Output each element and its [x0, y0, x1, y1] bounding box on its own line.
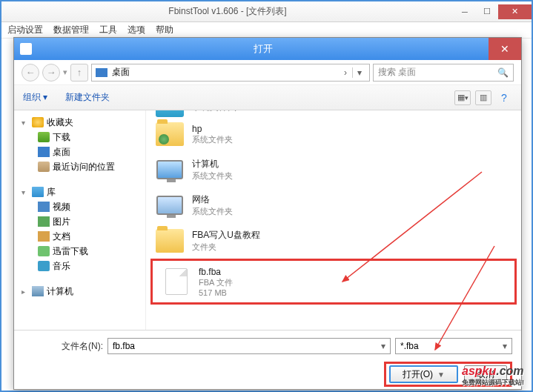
filetype-dropdown-icon[interactable]: ▾ — [503, 341, 507, 351]
tree-desktop[interactable]: 桌面 — [17, 144, 142, 159]
maximize-button[interactable]: ☐ — [476, 4, 498, 19]
preview-pane-button[interactable]: ▥ — [475, 90, 491, 105]
history-dropdown[interactable]: ▾ — [63, 67, 67, 77]
filetype-select[interactable]: *.fba ▾ — [395, 338, 512, 354]
dialog-icon — [20, 43, 32, 55]
forward-button[interactable]: → — [42, 64, 60, 82]
list-item[interactable]: hp系统文件夹 — [146, 116, 521, 152]
view-mode-button[interactable]: ▦ ▾ — [454, 90, 471, 105]
tree-libraries[interactable]: ▾库 — [17, 185, 142, 199]
network-icon — [156, 196, 183, 215]
tree-favorites[interactable]: ▾收藏夹 — [17, 115, 142, 130]
tree-computer[interactable]: ▸计算机 — [17, 284, 142, 299]
new-folder-button[interactable]: 新建文件夹 — [65, 91, 110, 104]
dialog-close-button[interactable]: ✕ — [489, 38, 521, 60]
nav-tree: ▾收藏夹 下载 桌面 最近访问的位置 ▾库 视频 图片 文档 迅雷下载 音乐 ▸… — [14, 110, 146, 330]
up-button[interactable]: ↑ — [70, 64, 88, 82]
path-box[interactable]: 桌面 › ▾ — [91, 64, 370, 82]
filename-input[interactable]: fb.fba ▾ — [107, 338, 391, 354]
open-dialog: 打开 ✕ ← → ▾ ↑ 桌面 › ▾ 搜索 桌面 🔍 组织 ▾ 新建文件夹 ▦… — [13, 37, 522, 390]
selected-highlight: fb.fba FBA 文件 517 MB — [150, 259, 517, 305]
desktop-icon — [96, 68, 107, 77]
tree-videos[interactable]: 视频 — [17, 199, 142, 214]
music-icon — [38, 261, 50, 271]
menu-boot[interactable]: 启动设置 — [7, 24, 43, 36]
star-icon — [32, 117, 44, 127]
picture-icon — [38, 216, 50, 227]
dialog-titlebar: 打开 ✕ — [14, 38, 521, 60]
video-icon — [38, 202, 50, 212]
app-title: FbinstTool v1.606 - [文件列表] — [1, 5, 454, 18]
list-item[interactable]: FBA写入U盘教程文件夹 — [146, 223, 521, 259]
path-dropdown-icon[interactable]: ▾ — [352, 67, 365, 78]
tree-music[interactable]: 音乐 — [17, 259, 142, 273]
dialog-footer: 文件名(N): fb.fba ▾ *.fba ▾ 打开(O)▼ 取消 — [14, 330, 521, 392]
tree-documents[interactable]: 文档 — [17, 229, 142, 244]
computer-icon — [32, 286, 44, 296]
nav-row: ← → ▾ ↑ 桌面 › ▾ 搜索 桌面 🔍 — [14, 60, 521, 85]
menu-options[interactable]: 选项 — [128, 24, 145, 36]
back-button[interactable]: ← — [21, 64, 39, 82]
organize-menu[interactable]: 组织 ▾ — [23, 91, 47, 104]
list-item[interactable]: 计算机系统文件夹 — [146, 152, 521, 187]
menu-help[interactable]: 帮助 — [156, 24, 173, 36]
close-button[interactable]: ✕ — [498, 4, 532, 19]
recent-icon — [38, 162, 50, 172]
help-icon[interactable]: ? — [496, 90, 512, 105]
document-icon — [38, 231, 50, 242]
desktop-icon — [38, 147, 50, 157]
library-icon — [32, 187, 44, 197]
search-placeholder: 搜索 桌面 — [378, 66, 416, 79]
minimize-button[interactable]: ─ — [454, 4, 476, 19]
tree-recent[interactable]: 最近访问的位置 — [17, 159, 142, 174]
dialog-title: 打开 — [38, 42, 489, 56]
search-icon: 🔍 — [497, 67, 509, 78]
list-item-selected[interactable]: fb.fba FBA 文件 517 MB — [153, 261, 514, 302]
thunder-icon — [38, 246, 50, 256]
tree-thunder[interactable]: 迅雷下载 — [17, 244, 142, 259]
computer-icon — [156, 160, 183, 179]
printer-icon — [156, 110, 184, 117]
path-chevron-icon[interactable]: › — [339, 67, 352, 78]
file-list: 系统文件夹 hp系统文件夹 计算机系统文件夹 网络系统文件夹 FBA写入U盘教程… — [146, 110, 521, 330]
filename-dropdown-icon[interactable]: ▾ — [381, 341, 385, 351]
app-menubar: 启动设置 数据管理 工具 选项 帮助 — [1, 22, 532, 39]
folder-icon — [156, 229, 184, 253]
filetype-value: *.fba — [400, 341, 419, 351]
watermark: aspku.com 免费网站源码下载站! — [462, 365, 524, 388]
filename-value: fb.fba — [113, 341, 135, 351]
dialog-toolbar: 组织 ▾ 新建文件夹 ▦ ▾ ▥ ? — [14, 85, 521, 110]
menu-data[interactable]: 数据管理 — [53, 24, 89, 36]
tree-pictures[interactable]: 图片 — [17, 214, 142, 229]
folder-icon — [156, 122, 184, 146]
search-input[interactable]: 搜索 桌面 🔍 — [373, 64, 514, 82]
list-item[interactable]: 系统文件夹 — [146, 110, 521, 116]
file-icon — [165, 268, 188, 295]
app-titlebar: FbinstTool v1.606 - [文件列表] ─ ☐ ✕ — [1, 1, 532, 22]
tree-downloads[interactable]: 下载 — [17, 130, 142, 144]
open-split-icon[interactable]: ▼ — [437, 371, 445, 379]
filename-label: 文件名(N): — [23, 340, 103, 353]
list-item[interactable]: 网络系统文件夹 — [146, 187, 521, 223]
menu-tools[interactable]: 工具 — [99, 24, 117, 36]
open-button[interactable]: 打开(O)▼ — [389, 365, 458, 383]
path-text: 桌面 — [112, 66, 130, 79]
download-icon — [38, 132, 50, 142]
